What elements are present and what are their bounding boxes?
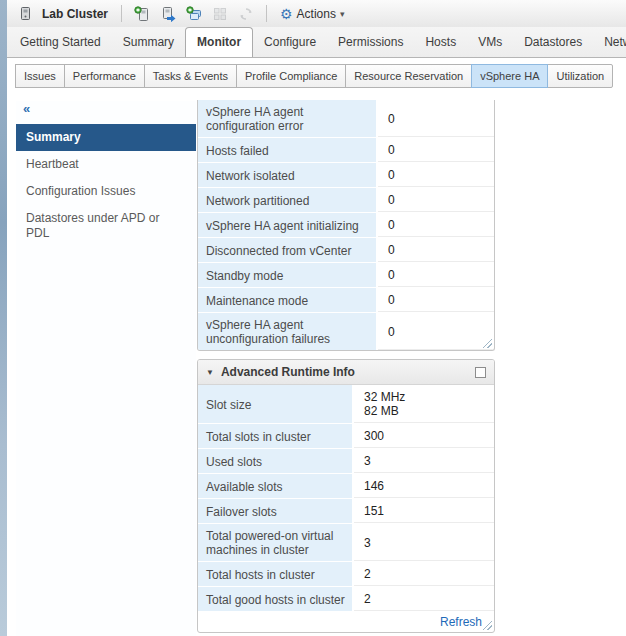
runtime-label: Total slots in cluster (198, 424, 354, 448)
runtime-value: 3 (354, 449, 494, 473)
ha-sidebar: « Summary Heartbeat Configuration Issues… (16, 101, 196, 636)
new-resource-pool-icon[interactable] (183, 3, 205, 25)
status-label: Network isolated (198, 163, 378, 187)
status-label: Standby mode (198, 263, 378, 287)
status-value: 0 (378, 163, 494, 187)
move-host-into-cluster-icon[interactable] (157, 3, 179, 25)
ha-sidebar-nav: Summary Heartbeat Configuration Issues D… (16, 124, 196, 247)
runtime-row: Total powered-on virtual machines in clu… (198, 524, 494, 562)
status-label: vSphere HA agent unconfiguration failure… (198, 313, 378, 350)
add-host-icon[interactable] (131, 3, 153, 25)
runtime-label: Total hosts in cluster (198, 562, 354, 586)
monitor-subtab[interactable]: Profile Compliance (236, 64, 346, 88)
runtime-value: 2 (354, 587, 494, 611)
host-status-row: Maintenance mode 0 (198, 288, 494, 313)
monitor-subtab[interactable]: Tasks & Events (144, 64, 237, 88)
primary-tab[interactable]: Permissions (327, 27, 414, 57)
host-status-row: Disconnected from vCenter 0 (198, 238, 494, 263)
schedule-task-icon[interactable] (235, 3, 257, 25)
restore-resource-pool-tree-icon[interactable] (209, 3, 231, 25)
host-status-row: Hosts failed 0 (198, 138, 494, 163)
runtime-value: 2 (354, 562, 494, 586)
status-value: 0 (378, 313, 494, 350)
status-label: vSphere HA agent configuration error (198, 100, 378, 137)
runtime-label: Slot size (198, 385, 354, 423)
maximize-icon[interactable] (475, 367, 486, 378)
toolbar-separator (266, 5, 267, 22)
runtime-label: Total powered-on virtual machines in clu… (198, 524, 354, 561)
toolbar-separator (121, 5, 122, 22)
host-status-table: vSphere HA agent configuration error 0 H… (198, 100, 494, 351)
status-value: 0 (378, 100, 494, 137)
runtime-value: 151 (354, 499, 494, 523)
resize-grip[interactable] (483, 621, 492, 630)
chevron-down-icon: ▾ (340, 9, 345, 19)
primary-tabs: Getting Started Summary Monitor Configur… (7, 27, 626, 58)
runtime-row: Total good hosts in cluster 2 (198, 587, 494, 612)
runtime-row: Available slots 146 (198, 474, 494, 499)
primary-tab[interactable]: Monitor (185, 27, 253, 58)
host-status-row: Network partitioned 0 (198, 188, 494, 213)
monitor-subtab-group: Issues Performance Tasks & Events Profil… (16, 64, 613, 88)
advanced-runtime-table: Slot size 32 MHz 82 MB Total slots in cl… (198, 385, 494, 612)
collapse-sidebar-button[interactable]: « (16, 101, 196, 117)
object-title: Lab Cluster (42, 7, 108, 21)
monitor-subtab[interactable]: Resource Reservation (345, 64, 472, 88)
cluster-icon (14, 3, 36, 25)
monitor-subtab[interactable]: Issues (15, 64, 65, 88)
runtime-value: 300 (354, 424, 494, 448)
primary-tab[interactable]: Networks (593, 27, 626, 57)
host-status-row: Network isolated 0 (198, 163, 494, 188)
vsphere-web-client-window: Lab Cluster (0, 0, 626, 636)
resize-grip[interactable] (483, 339, 492, 348)
status-value: 0 (378, 238, 494, 262)
runtime-label: Failover slots (198, 499, 354, 523)
runtime-label: Total good hosts in cluster (198, 587, 354, 611)
status-label: vSphere HA agent initializing (198, 213, 378, 237)
actions-label: Actions (297, 7, 336, 21)
advanced-runtime-header[interactable]: ▼ Advanced Runtime Info (198, 360, 494, 385)
collapse-arrow-icon[interactable]: ▼ (206, 368, 214, 377)
content-area: « Summary Heartbeat Configuration Issues… (7, 93, 626, 636)
host-status-row: vSphere HA agent configuration error 0 (198, 100, 494, 138)
sidebar-item[interactable]: Summary (16, 124, 196, 151)
runtime-row: Total hosts in cluster 2 (198, 562, 494, 587)
runtime-label: Used slots (198, 449, 354, 473)
status-value: 0 (378, 263, 494, 287)
status-label: Disconnected from vCenter (198, 238, 378, 262)
runtime-row: Failover slots 151 (198, 499, 494, 524)
monitor-subtab[interactable]: Performance (64, 64, 145, 88)
status-label: Maintenance mode (198, 288, 378, 312)
primary-tab[interactable]: Getting Started (9, 27, 112, 57)
host-status-row: vSphere HA agent unconfiguration failure… (198, 313, 494, 351)
panel-title: Advanced Runtime Info (221, 365, 468, 379)
advanced-runtime-panel: ▼ Advanced Runtime Info Slot size 32 MHz… (197, 359, 495, 633)
runtime-value: 32 MHz 82 MB (354, 385, 494, 423)
host-status-row: vSphere HA agent initializing 0 (198, 213, 494, 238)
refresh-link[interactable]: Refresh (440, 615, 482, 629)
status-value: 0 (378, 138, 494, 162)
status-label: Network partitioned (198, 188, 378, 212)
runtime-row: Used slots 3 (198, 449, 494, 474)
object-toolbar: Lab Cluster (7, 0, 626, 28)
status-value: 0 (378, 213, 494, 237)
primary-tab[interactable]: Configure (253, 27, 327, 57)
panel-footer: Refresh (198, 612, 494, 631)
monitor-subtab-bar: Issues Performance Tasks & Events Profil… (7, 58, 626, 93)
runtime-row: Slot size 32 MHz 82 MB (198, 385, 494, 424)
runtime-row: Total slots in cluster 300 (198, 424, 494, 449)
primary-tab[interactable]: VMs (467, 27, 513, 57)
primary-tab[interactable]: Summary (112, 27, 185, 57)
monitor-subtab[interactable]: Utilization (547, 64, 613, 88)
host-status-panel: vSphere HA agent configuration error 0 H… (197, 100, 495, 351)
primary-tab[interactable]: Hosts (414, 27, 467, 57)
runtime-value: 146 (354, 474, 494, 498)
monitor-subtab[interactable]: vSphere HA (471, 64, 548, 88)
sidebar-item[interactable]: Configuration Issues (16, 178, 196, 205)
sidebar-item[interactable]: Datastores under APD or PDL (16, 205, 196, 247)
actions-menu-button[interactable]: ⚙ Actions ▾ (276, 5, 348, 23)
runtime-label: Available slots (198, 474, 354, 498)
actions-gear-icon: ⚙ (280, 7, 293, 21)
primary-tab[interactable]: Datastores (513, 27, 593, 57)
sidebar-item[interactable]: Heartbeat (16, 151, 196, 178)
